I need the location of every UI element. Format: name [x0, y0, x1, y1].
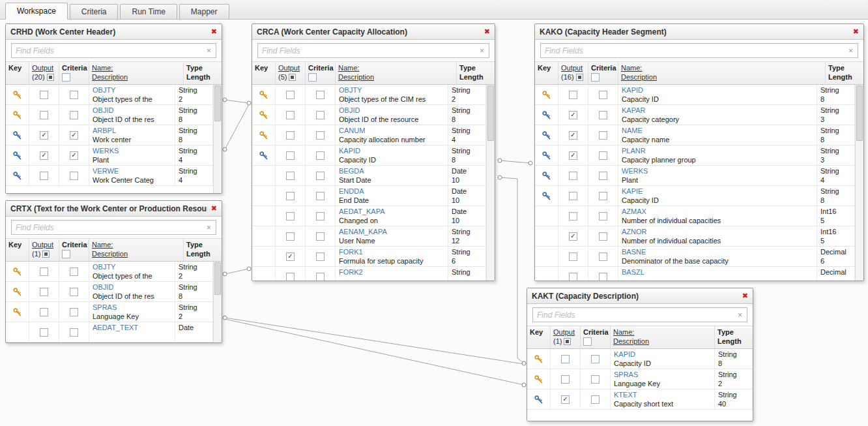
tab-criteria[interactable]: Criteria [70, 4, 119, 19]
name-column-header[interactable]: Name: Description [336, 62, 457, 84]
field-name[interactable]: KAPID [622, 86, 814, 95]
output-checkbox[interactable] [40, 308, 48, 316]
field-row[interactable]: AZMAXNumber of individual capacitiesInt1… [535, 206, 855, 226]
criteria-select-all-checkbox[interactable] [62, 73, 70, 82]
field-row[interactable]: ✓FORK1Formula for setup capacityString6 [252, 247, 486, 267]
field-name[interactable]: ARBPL [93, 127, 172, 135]
field-row[interactable]: BASZLDecimal [535, 267, 855, 281]
field-row[interactable]: ✓KAPARCapacity categoryString3 [535, 105, 855, 125]
output-checkbox[interactable]: ✓ [40, 151, 48, 160]
find-fields-input[interactable] [12, 46, 202, 55]
clear-search-icon[interactable]: × [202, 46, 216, 55]
panel-titlebar[interactable]: CRTX (Text for the Work Center or Produc… [6, 201, 222, 217]
field-name[interactable]: OBJID [93, 106, 172, 115]
find-fields-input[interactable] [541, 46, 844, 55]
output-label[interactable]: Output [32, 241, 56, 249]
field-name[interactable]: OBJTY [93, 263, 172, 271]
field-row[interactable]: CANUMCapacity allocation numberString4 [252, 125, 486, 145]
criteria-select-all-checkbox[interactable] [583, 337, 592, 346]
field-row[interactable]: KAPIECapacity IDString8 [535, 186, 855, 206]
field-name[interactable]: SPRAS [614, 371, 712, 379]
criteria-checkbox[interactable] [599, 273, 607, 281]
clear-search-icon[interactable]: × [475, 46, 489, 55]
panel-titlebar[interactable]: CRCA (Work Center Capacity Allocation) ✖ [252, 24, 495, 40]
field-row[interactable]: KAPIDCapacity IDString8 [252, 145, 486, 166]
criteria-checkbox[interactable] [599, 232, 607, 241]
field-name[interactable]: FORK2 [339, 268, 445, 277]
panel-titlebar[interactable]: KAKT (Capacity Description) ✖ [527, 288, 753, 304]
field-name[interactable]: PLANR [622, 147, 814, 155]
field-name[interactable]: WERKS [622, 167, 814, 175]
field-row[interactable]: OBJTYObject types of theString2 [6, 85, 213, 105]
criteria-checkbox[interactable] [599, 192, 607, 200]
output-checkbox[interactable] [569, 252, 577, 261]
description-label[interactable]: Description [621, 73, 822, 81]
clear-search-icon[interactable]: × [733, 311, 747, 320]
output-checkbox[interactable] [40, 267, 48, 276]
criteria-checkbox[interactable] [70, 267, 78, 276]
criteria-checkbox[interactable] [70, 172, 78, 180]
field-row[interactable]: WERKSPlantString4 [535, 166, 855, 186]
field-name[interactable]: BASNE [622, 248, 814, 256]
field-row[interactable]: ✓AZNORNumber of individual capacitiesInt… [535, 226, 855, 247]
name-column-header[interactable]: Name: Description [611, 326, 715, 348]
criteria-checkbox[interactable] [316, 131, 325, 140]
criteria-checkbox[interactable] [70, 288, 78, 296]
field-name[interactable]: OBJTY [93, 86, 172, 95]
clear-search-icon[interactable]: × [844, 46, 858, 55]
field-row[interactable]: KAPIDCapacity IDString8 [535, 85, 855, 105]
output-column-header[interactable]: Output (20) [29, 62, 59, 84]
close-icon[interactable]: ✖ [853, 27, 859, 36]
field-row[interactable]: ✓✓WERKSPlantString4 [6, 145, 213, 166]
field-name[interactable]: KAPIE [622, 187, 814, 196]
criteria-checkbox[interactable] [316, 151, 325, 160]
criteria-checkbox[interactable] [316, 273, 325, 281]
field-row[interactable]: FORK2String [252, 267, 486, 281]
field-name[interactable]: AENAM_KAPA [339, 228, 445, 236]
output-checkbox[interactable] [40, 172, 48, 180]
close-icon[interactable]: ✖ [211, 204, 217, 213]
criteria-checkbox[interactable] [316, 232, 325, 241]
scrollbar-thumb[interactable] [487, 85, 494, 141]
criteria-checkbox[interactable] [316, 91, 325, 99]
output-column-header[interactable]: Output (5) [276, 62, 306, 84]
output-checkbox[interactable] [286, 172, 295, 180]
criteria-select-all-checkbox[interactable] [308, 73, 317, 82]
close-icon[interactable]: ✖ [211, 27, 217, 36]
field-row[interactable]: AEDAT_TEXTDate [6, 322, 213, 342]
description-label[interactable]: Description [338, 73, 454, 81]
criteria-checkbox[interactable] [316, 212, 325, 221]
name-column-header[interactable]: Name: Description [618, 62, 826, 84]
field-name[interactable]: NAME [622, 127, 814, 135]
clear-search-icon[interactable]: × [202, 223, 216, 232]
name-column-header[interactable]: Name: Description [89, 239, 184, 261]
field-row[interactable]: SPRASLanguage KeyString2 [6, 302, 213, 322]
output-checkbox[interactable] [40, 111, 48, 119]
output-checkbox[interactable]: ✓ [561, 395, 570, 404]
output-checkbox[interactable] [286, 91, 295, 99]
field-row[interactable]: AEDAT_KAPAChanged onDate10 [252, 206, 486, 226]
field-row[interactable]: OBJIDObject ID of the resourceString8 [252, 105, 486, 125]
criteria-checkbox[interactable] [316, 172, 325, 180]
find-fields-input[interactable] [258, 46, 475, 55]
output-select-all-checkbox[interactable] [47, 74, 54, 81]
field-row[interactable]: ENDDAEnd DateDate10 [252, 186, 486, 206]
tab-workspace[interactable]: Workspace [5, 3, 68, 20]
criteria-checkbox[interactable] [70, 308, 78, 316]
field-name[interactable]: AEDAT_TEXT [93, 324, 172, 332]
field-name[interactable]: KAPID [614, 350, 712, 359]
criteria-checkbox[interactable] [591, 395, 600, 404]
field-name[interactable]: BASZL [622, 268, 814, 277]
close-icon[interactable]: ✖ [742, 292, 748, 300]
output-checkbox[interactable] [286, 232, 295, 241]
field-name[interactable]: BEGDA [339, 167, 445, 175]
output-select-all-checkbox[interactable] [576, 74, 583, 81]
vertical-scrollbar[interactable] [213, 262, 222, 342]
field-row[interactable]: SPRASLanguage KeyString2 [527, 369, 753, 389]
field-row[interactable]: ✓NAMECapacity nameString8 [535, 125, 855, 145]
criteria-checkbox[interactable] [70, 91, 78, 99]
field-name[interactable]: OBJTY [339, 86, 445, 95]
output-checkbox[interactable]: ✓ [569, 151, 577, 160]
field-name[interactable]: ENDDA [339, 187, 445, 196]
vertical-scrollbar[interactable] [213, 85, 222, 193]
